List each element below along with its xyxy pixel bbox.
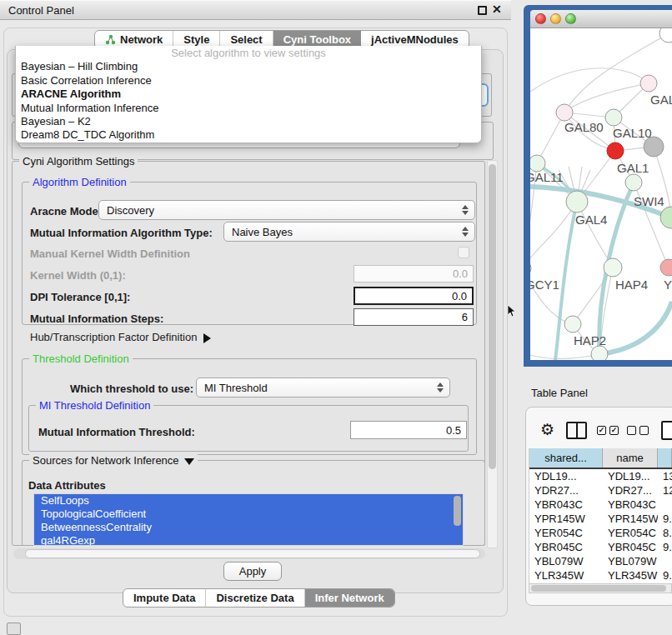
table-horizontal-scrollbar[interactable] [529,583,672,593]
mi-steps-label: Mutual Information Steps: [30,312,163,325]
table-row[interactable]: YER054CYER054C8. [529,526,672,540]
column-header-shared[interactable]: shared... [529,448,603,468]
traffic-close-icon[interactable] [535,13,546,24]
kernel-width-label: Kernel Width (0,1): [30,269,126,282]
table-panel-title: Table Panel [531,387,588,399]
control-panel-title: Control Panel [8,4,74,17]
split-view-icon[interactable] [566,422,587,439]
node-gal4[interactable] [566,191,588,212]
control-panel-titlebar: Control Panel ✕ [0,0,511,20]
list-item[interactable]: BetweennessCentrality [34,521,463,534]
close-icon[interactable]: ✕ [492,2,502,16]
table-row[interactable]: YDR27...YDR27...12 [529,483,672,498]
table-row[interactable]: YBR045CYBR045C9. [529,540,672,554]
node-label: GAL11 [530,170,564,184]
table-row[interactable]: YBL079WYBL079W [529,554,672,568]
threshold-definition-title: Threshold Definition [29,352,133,365]
node-gal[interactable] [640,75,657,92]
node-green[interactable] [660,207,672,228]
node-label: SWI4 [634,194,664,208]
node-gal10[interactable] [605,109,622,126]
node-hap4[interactable] [604,258,622,277]
node-label: Y [664,278,672,292]
node-label: HAP4 [615,278,648,292]
mouse-cursor-icon [507,305,517,318]
minimized-panel-icon[interactable] [7,622,21,635]
node-label: GCY1 [530,278,559,292]
hub-definition-expander[interactable]: Hub/Transcription Factor Definition [30,331,211,343]
list-item[interactable]: SelfLoops [34,494,463,508]
cyni-bottom-tabbar: Impute Data Discretize Data Infer Networ… [123,588,395,608]
node-salmon[interactable] [660,259,672,276]
node-gal1[interactable] [607,142,624,159]
settings-horizontal-scrollbar[interactable] [13,548,485,559]
table-header: shared... name [529,448,672,469]
node-gcy1[interactable] [530,260,531,277]
algorithm-definition-title: Algorithm Definition [29,176,130,188]
node-swi4[interactable] [625,174,642,191]
table-row[interactable]: YDL19...YDL19...13 [529,469,672,483]
collapse-arrow-icon [184,458,194,465]
document-icon[interactable] [661,421,672,440]
network-canvas[interactable]: GAL GAL80 GAL10 GAL1 GAL11 SWI4 GAL4 GCY… [530,28,672,360]
dropdown-item[interactable]: Bayesian – Hill Climbing [16,60,481,73]
dpi-tolerance-field[interactable]: 0.0 [354,287,474,305]
network-window-titlebar [530,10,672,28]
manual-kernel-label: Manual Kernel Width Definition [30,248,190,260]
expand-arrow-icon [203,333,211,343]
node-table[interactable]: shared... name YDL19...YDL19...13 YDR27.… [529,448,672,584]
mi-threshold-label: Mutual Information Threshold: [38,426,195,438]
dpi-tolerance-label: DPI Tolerance [0,1]: [30,291,130,303]
list-scrollbar[interactable] [454,496,461,526]
column-header-third[interactable] [658,448,672,468]
node-label: HAP2 [574,333,606,348]
apply-button[interactable]: Apply [223,562,282,581]
kernel-width-field: 0.0 [354,265,474,282]
which-threshold-label: Which threshold to use: [70,382,193,395]
dropdown-item[interactable]: Mutual Information Inference [16,102,481,115]
dropdown-item[interactable]: Basic Correlation Inference [16,74,481,88]
list-item[interactable]: gal4RGexp [34,534,463,546]
checked-boxes-icon[interactable]: ✓✓ [597,426,619,435]
data-attributes-label: Data Attributes [28,479,106,492]
node-hap2[interactable] [564,316,581,332]
traffic-zoom-icon[interactable] [565,13,576,24]
node-gal11[interactable] [530,155,545,172]
stepper-icon [462,205,469,215]
unchecked-boxes-icon[interactable] [627,426,649,435]
stepper-icon [437,382,444,392]
dropdown-item-selected[interactable]: ARACNE Algorithm [16,88,481,101]
table-row[interactable]: YBR043CYBR043C [529,498,672,512]
gear-icon[interactable]: ⚙ [540,420,554,439]
tab-impute-data[interactable]: Impute Data [123,589,206,607]
node-gal80[interactable] [556,104,573,121]
dropdown-item[interactable]: Bayesian – K2 [16,115,481,128]
mi-type-label: Mutual Information Algorithm Type: [30,227,213,239]
which-threshold-combo[interactable]: MI Threshold [196,378,450,398]
node-label: GAL [650,92,672,107]
mi-threshold-field[interactable]: 0.5 [350,421,467,439]
list-item[interactable]: TopologicalCoefficient [34,508,463,521]
mi-type-combo[interactable]: Naive Bayes [223,222,475,242]
tab-infer-network[interactable]: Infer Network [305,589,394,607]
mi-threshold-title: MI Threshold Definition [36,399,153,412]
float-window-icon[interactable] [478,6,487,15]
traffic-minimize-icon[interactable] [550,13,561,24]
settings-vertical-scrollbar[interactable] [487,160,498,548]
node[interactable] [591,346,608,360]
data-attributes-list[interactable]: SelfLoops TopologicalCoefficient Between… [33,493,464,546]
table-row[interactable]: YPR145WYPR145W9. [529,512,672,526]
dropdown-item[interactable]: Dream8 DC_TDC Algorithm [16,128,481,142]
aracne-mode-label: Aracne Mode: [30,205,102,218]
mi-steps-field[interactable]: 6 [354,308,474,326]
cyni-algorithm-settings-title: Cyni Algorithm Settings [19,155,138,168]
node-label: GAL1 [617,161,649,175]
column-header-name[interactable]: name [603,448,658,468]
node[interactable] [659,28,672,42]
table-row[interactable]: YLR345WYLR345W9. [529,568,672,582]
sources-title[interactable]: Sources for Network Inference [29,454,198,467]
aracne-mode-combo[interactable]: Discovery [98,200,475,220]
manual-kernel-checkbox[interactable] [458,247,469,258]
network-icon [105,34,116,45]
tab-discretize-data[interactable]: Discretize Data [206,589,304,607]
